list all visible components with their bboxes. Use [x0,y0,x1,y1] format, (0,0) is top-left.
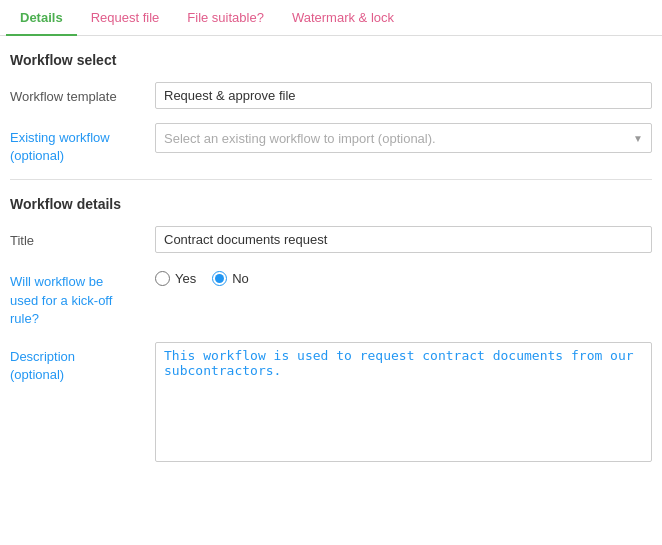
main-content: Workflow select Workflow template Existi… [0,36,662,492]
workflow-select-title: Workflow select [10,52,652,68]
workflow-template-input[interactable] [155,82,652,109]
tabs-nav: Details Request file File suitable? Wate… [0,0,662,36]
workflow-select-section: Workflow select Workflow template Existi… [10,52,652,165]
description-label: Description (optional) [10,342,155,384]
section-divider [10,179,652,180]
radio-no-label: No [232,271,249,286]
existing-workflow-select[interactable]: Select an existing workflow to import (o… [155,123,652,153]
existing-workflow-label-line1: Existing workflow [10,130,110,145]
kickoff-label-line1: Will workflow be [10,274,103,289]
kickoff-rule-label: Will workflow be used for a kick-off rul… [10,267,155,328]
radio-yes-label: Yes [175,271,196,286]
kickoff-radio-group: Yes No [155,267,249,286]
title-label: Title [10,226,155,250]
title-input[interactable] [155,226,652,253]
tab-request-file[interactable]: Request file [77,0,174,35]
tab-file-suitable[interactable]: File suitable? [173,0,278,35]
radio-yes-option[interactable]: Yes [155,271,196,286]
description-label-line2: (optional) [10,367,64,382]
existing-workflow-row: Existing workflow (optional) Select an e… [10,123,652,165]
kickoff-label-line3: rule? [10,311,39,326]
existing-workflow-placeholder: Select an existing workflow to import (o… [164,131,436,146]
description-row: Description (optional) This workflow is … [10,342,652,462]
tab-watermark-lock[interactable]: Watermark & lock [278,0,408,35]
workflow-template-row: Workflow template [10,82,652,109]
radio-no-input[interactable] [212,271,227,286]
workflow-template-label: Workflow template [10,82,155,106]
kickoff-rule-row: Will workflow be used for a kick-off rul… [10,267,652,328]
workflow-details-section: Workflow details Title Will workflow be … [10,196,652,462]
existing-workflow-label: Existing workflow (optional) [10,123,155,165]
description-textarea[interactable]: This workflow is used to request contrac… [155,342,652,462]
existing-workflow-label-line2: (optional) [10,148,64,163]
tab-details[interactable]: Details [6,0,77,35]
chevron-down-icon: ▼ [633,133,643,144]
kickoff-label-line2: used for a kick-off [10,293,112,308]
radio-no-option[interactable]: No [212,271,249,286]
radio-yes-input[interactable] [155,271,170,286]
workflow-details-title: Workflow details [10,196,652,212]
title-row: Title [10,226,652,253]
description-label-line1: Description [10,349,75,364]
